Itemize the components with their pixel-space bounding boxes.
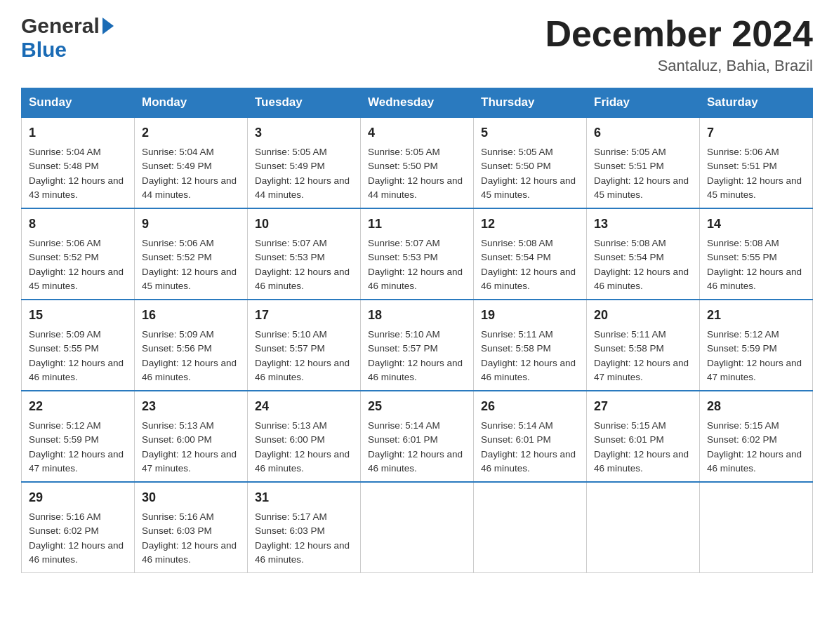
sunset-text: Sunset: 6:01 PM (481, 434, 551, 445)
title-block: December 2024 Santaluz, Bahia, Brazil (545, 14, 813, 75)
sunrise-text: Sunrise: 5:04 AM (29, 147, 101, 157)
daylight-text: Daylight: 12 hours and 46 minutes. (707, 449, 802, 474)
calendar-day-cell: 2 Sunrise: 5:04 AM Sunset: 5:49 PM Dayli… (135, 117, 248, 208)
calendar-week-row: 8 Sunrise: 5:06 AM Sunset: 5:52 PM Dayli… (22, 208, 813, 300)
day-number: 24 (255, 397, 353, 416)
daylight-text: Daylight: 12 hours and 46 minutes. (255, 358, 350, 382)
calendar-week-row: 1 Sunrise: 5:04 AM Sunset: 5:48 PM Dayli… (22, 117, 813, 208)
day-number: 5 (481, 123, 579, 142)
calendar-weekday-header: Friday (587, 88, 700, 118)
calendar-weekday-header: Sunday (22, 88, 135, 118)
sunrise-text: Sunrise: 5:07 AM (368, 238, 440, 248)
calendar-header-row: SundayMondayTuesdayWednesdayThursdayFrid… (22, 88, 813, 118)
calendar-day-cell: 15 Sunrise: 5:09 AM Sunset: 5:55 PM Dayl… (22, 300, 135, 391)
calendar-day-cell: 11 Sunrise: 5:07 AM Sunset: 5:53 PM Dayl… (361, 208, 474, 300)
calendar-day-cell: 3 Sunrise: 5:05 AM Sunset: 5:49 PM Dayli… (248, 117, 361, 208)
daylight-text: Daylight: 12 hours and 44 minutes. (368, 175, 463, 200)
sunset-text: Sunset: 5:58 PM (594, 343, 664, 354)
sunrise-text: Sunrise: 5:05 AM (594, 147, 666, 157)
day-number: 14 (707, 215, 805, 234)
daylight-text: Daylight: 12 hours and 46 minutes. (142, 540, 237, 565)
calendar-day-cell (361, 482, 474, 573)
day-number: 22 (29, 397, 127, 416)
sunset-text: Sunset: 6:03 PM (255, 525, 325, 536)
day-number: 1 (29, 123, 127, 142)
day-number: 31 (255, 488, 353, 507)
daylight-text: Daylight: 12 hours and 43 minutes. (29, 175, 124, 200)
daylight-text: Daylight: 12 hours and 46 minutes. (481, 267, 576, 291)
sunset-text: Sunset: 5:55 PM (29, 343, 99, 354)
daylight-text: Daylight: 12 hours and 46 minutes. (368, 449, 463, 474)
day-number: 29 (29, 488, 127, 507)
sunrise-text: Sunrise: 5:05 AM (368, 147, 440, 157)
sunrise-text: Sunrise: 5:10 AM (255, 329, 327, 340)
day-number: 2 (142, 123, 240, 142)
sunset-text: Sunset: 5:54 PM (481, 252, 551, 262)
location-subtitle: Santaluz, Bahia, Brazil (545, 57, 813, 75)
calendar-day-cell: 28 Sunrise: 5:15 AM Sunset: 6:02 PM Dayl… (700, 391, 813, 482)
sunrise-text: Sunrise: 5:05 AM (481, 147, 553, 157)
daylight-text: Daylight: 12 hours and 45 minutes. (707, 175, 802, 200)
day-number: 13 (594, 215, 692, 234)
sunrise-text: Sunrise: 5:13 AM (255, 420, 327, 431)
sunset-text: Sunset: 6:00 PM (142, 434, 212, 445)
sunset-text: Sunset: 5:51 PM (594, 161, 664, 171)
sunrise-text: Sunrise: 5:06 AM (29, 238, 101, 248)
calendar-day-cell: 7 Sunrise: 5:06 AM Sunset: 5:51 PM Dayli… (700, 117, 813, 208)
calendar-day-cell: 17 Sunrise: 5:10 AM Sunset: 5:57 PM Dayl… (248, 300, 361, 391)
calendar-day-cell: 8 Sunrise: 5:06 AM Sunset: 5:52 PM Dayli… (22, 208, 135, 300)
sunrise-text: Sunrise: 5:06 AM (142, 238, 214, 248)
calendar-day-cell: 27 Sunrise: 5:15 AM Sunset: 6:01 PM Dayl… (587, 391, 700, 482)
sunrise-text: Sunrise: 5:15 AM (594, 420, 666, 431)
calendar-day-cell: 1 Sunrise: 5:04 AM Sunset: 5:48 PM Dayli… (22, 117, 135, 208)
logo: General Blue (21, 14, 114, 62)
calendar-weekday-header: Saturday (700, 88, 813, 118)
daylight-text: Daylight: 12 hours and 44 minutes. (142, 175, 237, 200)
daylight-text: Daylight: 12 hours and 46 minutes. (255, 449, 350, 474)
sunset-text: Sunset: 5:49 PM (142, 161, 212, 171)
calendar-day-cell: 26 Sunrise: 5:14 AM Sunset: 6:01 PM Dayl… (474, 391, 587, 482)
sunset-text: Sunset: 5:49 PM (255, 161, 325, 171)
daylight-text: Daylight: 12 hours and 45 minutes. (594, 175, 689, 200)
daylight-text: Daylight: 12 hours and 46 minutes. (481, 358, 576, 382)
day-number: 26 (481, 397, 579, 416)
sunrise-text: Sunrise: 5:04 AM (142, 147, 214, 157)
sunset-text: Sunset: 5:53 PM (368, 252, 438, 262)
day-number: 7 (707, 123, 805, 142)
calendar-day-cell: 22 Sunrise: 5:12 AM Sunset: 5:59 PM Dayl… (22, 391, 135, 482)
daylight-text: Daylight: 12 hours and 47 minutes. (142, 449, 237, 474)
day-number: 23 (142, 397, 240, 416)
calendar-day-cell (587, 482, 700, 573)
calendar-day-cell: 10 Sunrise: 5:07 AM Sunset: 5:53 PM Dayl… (248, 208, 361, 300)
sunset-text: Sunset: 5:52 PM (29, 252, 99, 262)
sunset-text: Sunset: 5:57 PM (255, 343, 325, 354)
day-number: 12 (481, 215, 579, 234)
day-number: 19 (481, 306, 579, 325)
sunrise-text: Sunrise: 5:09 AM (29, 329, 101, 340)
calendar-day-cell: 16 Sunrise: 5:09 AM Sunset: 5:56 PM Dayl… (135, 300, 248, 391)
daylight-text: Daylight: 12 hours and 46 minutes. (142, 358, 237, 382)
daylight-text: Daylight: 12 hours and 45 minutes. (142, 267, 237, 291)
calendar-day-cell: 24 Sunrise: 5:13 AM Sunset: 6:00 PM Dayl… (248, 391, 361, 482)
calendar-day-cell: 6 Sunrise: 5:05 AM Sunset: 5:51 PM Dayli… (587, 117, 700, 208)
sunrise-text: Sunrise: 5:12 AM (29, 420, 101, 431)
sunset-text: Sunset: 5:55 PM (707, 252, 777, 262)
calendar-week-row: 29 Sunrise: 5:16 AM Sunset: 6:02 PM Dayl… (22, 482, 813, 573)
logo-arrow-icon (102, 18, 114, 34)
day-number: 18 (368, 306, 466, 325)
sunset-text: Sunset: 6:01 PM (594, 434, 664, 445)
calendar-day-cell: 4 Sunrise: 5:05 AM Sunset: 5:50 PM Dayli… (361, 117, 474, 208)
sunrise-text: Sunrise: 5:12 AM (707, 329, 779, 340)
sunset-text: Sunset: 5:57 PM (368, 343, 438, 354)
sunrise-text: Sunrise: 5:15 AM (707, 420, 779, 431)
sunset-text: Sunset: 5:50 PM (368, 161, 438, 171)
sunset-text: Sunset: 5:58 PM (481, 343, 551, 354)
sunrise-text: Sunrise: 5:13 AM (142, 420, 214, 431)
daylight-text: Daylight: 12 hours and 46 minutes. (594, 267, 689, 291)
calendar-day-cell: 9 Sunrise: 5:06 AM Sunset: 5:52 PM Dayli… (135, 208, 248, 300)
daylight-text: Daylight: 12 hours and 46 minutes. (368, 358, 463, 382)
sunrise-text: Sunrise: 5:11 AM (594, 329, 666, 340)
calendar-table: SundayMondayTuesdayWednesdayThursdayFrid… (21, 88, 813, 573)
day-number: 21 (707, 306, 805, 325)
page-header: General Blue December 2024 Santaluz, Bah… (21, 14, 813, 75)
